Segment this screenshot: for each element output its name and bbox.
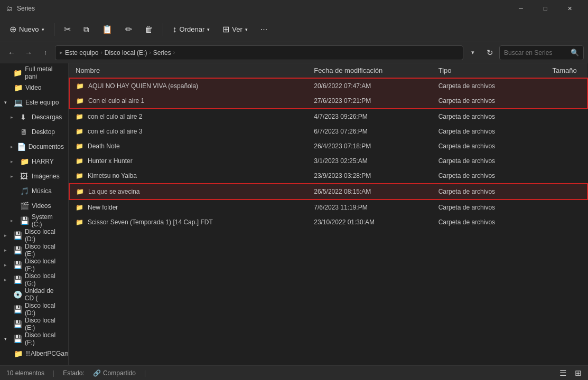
table-row[interactable]: 📁Con el culo al aire 127/6/2023 07:21:PM… — [69, 93, 587, 109]
chevron-icon: ▸ — [11, 159, 17, 164]
sidebar-item-disco-f2[interactable]: ▾ 💾 Disco local (F:) — [0, 331, 68, 346]
ordenar-icon: ↕ — [173, 25, 177, 34]
copy-icon: ⧉ — [83, 25, 89, 34]
file-type-cell: Carpeta de archivos — [432, 139, 546, 154]
chevron-icon: ▾ — [4, 100, 11, 105]
title-bar: 🗂 Series ─ □ ✕ — [0, 0, 588, 17]
file-type-cell: Carpeta de archivos — [432, 168, 546, 184]
sidebar-item-imagenes[interactable]: ▸ 🖼 Imágenes — [0, 169, 68, 184]
sidebar-label: !!!AlbertPCGam — [25, 350, 69, 357]
column-name[interactable]: Nombre — [69, 63, 307, 78]
table-row[interactable]: 📁AQUI NO HAY QUIEN VIVA (española)20/6/2… — [69, 78, 587, 93]
table-row[interactable]: 📁con el culo al aire 36/7/2023 07:26:PMC… — [69, 124, 587, 139]
sidebar-item-unidad-cd[interactable]: 💿 Unidad de CD ( — [0, 287, 68, 302]
table-row[interactable]: 📁La que se avecina26/5/2022 08:15:AMCarp… — [69, 184, 587, 200]
maximize-button[interactable]: □ — [533, 0, 557, 17]
computer-icon: 💻 — [14, 98, 22, 107]
search-input[interactable] — [504, 49, 568, 56]
folder-icon: 💾 — [20, 216, 29, 225]
sidebar-label: Disco local (D:) — [25, 302, 64, 317]
back-button[interactable]: ← — [4, 45, 19, 60]
sidebar-label: Disco local (E:) — [25, 243, 64, 258]
folder-icon: 🎬 — [20, 202, 29, 210]
breadcrumb-dropdown-button[interactable]: ▾ — [465, 45, 480, 60]
table-row[interactable]: 📁Kimetsu no Yaiba23/9/2023 03:28:PMCarpe… — [69, 168, 587, 184]
file-type-cell: Carpeta de archivos — [432, 154, 546, 168]
folder-icon: 💾 — [13, 335, 22, 343]
breadcrumb-series[interactable]: Series — [153, 49, 171, 56]
breadcrumb-este-equipo[interactable]: Este equipo — [65, 49, 98, 56]
sidebar-item-descargas[interactable]: ▸ ⬇ Descargas — [0, 110, 68, 125]
shared-icon: 🔗 — [93, 369, 101, 377]
rename-button[interactable]: ✏ — [120, 20, 137, 39]
sidebar-item-videos[interactable]: 🎬 Videos — [0, 198, 68, 213]
chevron-icon: ▾ — [4, 336, 10, 341]
sidebar-label: Música — [32, 187, 52, 195]
chevron-icon: ▸ — [4, 277, 10, 282]
file-size-cell — [546, 78, 588, 93]
minimize-button[interactable]: ─ — [509, 0, 533, 17]
nuevo-button[interactable]: ⊕ Nuevo ▾ — [4, 20, 50, 39]
ver-button[interactable]: ⊞ Ver ▾ — [217, 20, 253, 39]
breadcrumb-sep-1: › — [100, 50, 102, 55]
sidebar-label: System (C:) — [32, 213, 64, 228]
file-size-cell — [546, 184, 588, 200]
sidebar-item-disco-g[interactable]: ▸ 💾 Disco local (G:) — [0, 272, 68, 287]
file-date-cell: 20/6/2022 07:47:AM — [307, 78, 432, 93]
table-row[interactable]: 📁Death Note26/4/2023 07:18:PMCarpeta de … — [69, 139, 587, 154]
paste-button[interactable]: 📋 — [97, 20, 118, 39]
forward-button[interactable]: → — [21, 45, 36, 60]
table-row[interactable]: 📁Scissor Seven (Temporada 1) [14 Cap.] F… — [69, 215, 587, 230]
folder-icon: 📁 — [14, 83, 22, 92]
sidebar-item-este-equipo[interactable]: ▾ 💻 Este equipo — [0, 95, 68, 110]
sidebar-item-disco-d2[interactable]: 💾 Disco local (D:) — [0, 302, 68, 317]
sidebar-item-video[interactable]: 📁 Video — [0, 80, 68, 95]
sidebar-label: Video — [25, 84, 41, 91]
column-date[interactable]: Fecha de modificación — [307, 63, 432, 78]
file-date-cell: 3/1/2023 02:25:AM — [307, 154, 432, 168]
list-view-button[interactable]: ☰ — [559, 368, 566, 378]
table-row[interactable]: 📁con el culo al aire 24/7/2023 09:26:PMC… — [69, 109, 587, 124]
file-date-cell: 23/10/2022 01:30:AM — [307, 215, 432, 230]
sidebar-item-harry[interactable]: ▸ 📁 HARRY — [0, 154, 68, 169]
column-size[interactable]: Tamaño — [546, 63, 588, 78]
breadcrumb-sep-2: › — [149, 50, 151, 55]
folder-icon: 📁 — [76, 142, 83, 150]
sidebar-item-disco-d[interactable]: ▸ 💾 Disco local (D:) — [0, 228, 68, 243]
sidebar-item-disco-f[interactable]: ▸ 💾 Disco local (F:) — [0, 258, 68, 272]
file-name: con el culo al aire 2 — [88, 113, 142, 120]
sidebar-item-disco-e2[interactable]: 💾 Disco local (E:) — [0, 317, 68, 331]
file-name: AQUI NO HAY QUIEN VIVA (española) — [88, 82, 198, 90]
shared-label: Compartido — [103, 369, 136, 377]
breadcrumb-arrow: ▸ — [60, 49, 63, 56]
table-row[interactable]: 📁Hunter x Hunter3/1/2023 02:25:AMCarpeta… — [69, 154, 587, 168]
sidebar-item-full-metal[interactable]: 📁 Full metal pani — [0, 65, 68, 80]
sidebar-item-disco-e[interactable]: ▸ 💾 Disco local (E:) — [0, 243, 68, 258]
sidebar-item-system-c[interactable]: ▸ 💾 System (C:) — [0, 213, 68, 228]
copy-button[interactable]: ⧉ — [78, 20, 95, 39]
folder-icon: 📁 — [13, 69, 22, 77]
file-size-cell — [546, 168, 588, 184]
sidebar-label: Unidad de CD ( — [25, 287, 64, 302]
more-button[interactable]: ··· — [255, 20, 273, 39]
sidebar-item-albert[interactable]: 📁 !!!AlbertPCGam — [0, 346, 68, 361]
cut-button[interactable]: ✂ — [59, 20, 76, 39]
sidebar-item-musica[interactable]: 🎵 Música — [0, 184, 68, 198]
delete-button[interactable]: 🗑 — [139, 20, 158, 39]
ordenar-button[interactable]: ↕ Ordenar ▾ — [167, 20, 216, 39]
refresh-button[interactable]: ↻ — [482, 45, 497, 60]
folder-icon: 📁 — [76, 188, 84, 195]
sidebar-label: Descargas — [32, 113, 62, 121]
up-button[interactable]: ↑ — [38, 45, 53, 60]
sidebar-item-documentos[interactable]: ▸ 📄 Documentos — [0, 139, 68, 154]
close-button[interactable]: ✕ — [557, 0, 582, 17]
folder-icon: 📄 — [17, 142, 25, 151]
column-type[interactable]: Tipo — [432, 63, 546, 78]
sidebar-item-desktop[interactable]: 🖥 Desktop — [0, 125, 68, 139]
table-row[interactable]: 📁New folder7/6/2023 11:19:PMCarpeta de a… — [69, 200, 587, 215]
file-name: Con el culo al aire 1 — [88, 97, 144, 104]
sidebar-label: Disco local (G:) — [25, 272, 64, 287]
grid-view-button[interactable]: ⊞ — [575, 368, 582, 378]
breadcrumb-disco-e[interactable]: Disco local (E:) — [105, 49, 147, 56]
main-content: 📁 Full metal pani 📁 Video ▾ 💻 Este equip… — [0, 63, 588, 365]
